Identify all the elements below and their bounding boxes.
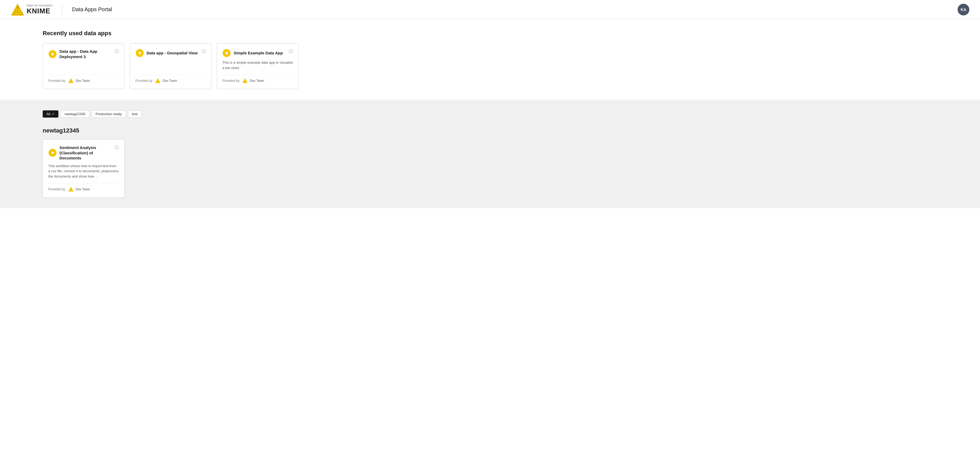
- recently-used-cards-grid: Data app - Data App Deployment 3 ⓘ Provi…: [43, 43, 299, 89]
- svg-marker-9: [156, 78, 160, 83]
- card-1-header: Data app - Data App Deployment 3 ⓘ: [48, 49, 119, 59]
- bottom-card-1-footer: Provided by: Dev Team: [48, 183, 119, 192]
- knime-logo: Open for Innovation KNIME: [11, 3, 52, 16]
- portal-title: Data Apps Portal: [72, 6, 112, 13]
- card-3-provided-by: Provided by:: [222, 79, 240, 83]
- card-2-info-icon[interactable]: ⓘ: [202, 49, 206, 54]
- play-icon-2: [135, 49, 144, 57]
- card-3-footer: Provided by: Dev Team: [222, 75, 293, 83]
- card-2-team-name: Dev Team: [162, 79, 177, 83]
- card-1-team-name: Dev Team: [76, 79, 90, 83]
- filter-all-label: All: [46, 112, 50, 116]
- play-icon-3: [222, 49, 231, 57]
- bottom-card-1-team-icon: [68, 187, 73, 192]
- bottom-card-1[interactable]: Sentiment Analysis (Classification) of D…: [43, 140, 124, 197]
- avatar-initials: KA: [961, 7, 966, 12]
- svg-marker-15: [68, 187, 73, 191]
- recent-card-2[interactable]: Data app - Geospatial View ⓘ Provided by…: [130, 43, 212, 89]
- play-icon-1: [48, 50, 57, 58]
- filter-tag-newtag12345[interactable]: newtag12345: [60, 110, 89, 118]
- card-3-title-area: Simple Example Data App: [222, 49, 286, 57]
- card-3-team-icon: [242, 78, 248, 83]
- logo-text: Open for Innovation KNIME: [27, 4, 52, 15]
- open-for-innovation-text: Open for Innovation: [27, 4, 52, 7]
- recent-card-1[interactable]: Data app - Data App Deployment 3 ⓘ Provi…: [43, 43, 124, 89]
- group-title-newtag12345: newtag12345: [43, 127, 937, 134]
- card-1-title-area: Data app - Data App Deployment 3: [48, 49, 113, 59]
- card-3-info-icon[interactable]: ⓘ: [289, 49, 293, 54]
- filter-tag-production-ready-label: Production ready: [96, 112, 122, 116]
- filter-tags: All ✓ newtag12345 Production ready test: [43, 110, 937, 118]
- svg-marker-12: [243, 78, 247, 83]
- filter-tag-newtag12345-label: newtag12345: [65, 112, 85, 116]
- filter-tag-test-label: test: [132, 112, 138, 116]
- card-1-provided-by: Provided by:: [48, 79, 66, 83]
- card-1-title: Data app - Data App Deployment 3: [59, 49, 113, 59]
- card-2-header: Data app - Geospatial View ⓘ: [135, 49, 206, 57]
- filter-all-button[interactable]: All ✓: [43, 110, 58, 118]
- bottom-card-1-info-icon[interactable]: ⓘ: [115, 145, 119, 151]
- header-divider: [62, 5, 62, 14]
- bottom-section: All ✓ newtag12345 Production ready test …: [0, 100, 980, 208]
- recent-card-3[interactable]: Simple Example Data App ⓘ This is a simp…: [217, 43, 299, 89]
- bottom-card-1-description: This workflow shows how to import text f…: [48, 164, 119, 179]
- header: Open for Innovation KNIME Data Apps Port…: [0, 0, 980, 19]
- card-2-title-area: Data app - Geospatial View: [135, 49, 200, 57]
- svg-marker-6: [68, 78, 73, 83]
- bottom-card-1-provided-by: Provided by:: [48, 188, 66, 191]
- card-1-info-icon[interactable]: ⓘ: [115, 49, 119, 54]
- card-2-footer: Provided by: Dev Team: [135, 75, 206, 83]
- card-2-team-icon: [155, 78, 161, 83]
- card-1-footer: Provided by: Dev Team: [48, 75, 119, 83]
- card-3-description: This is a simple example data app to vis…: [222, 60, 293, 70]
- card-2-title: Data app - Geospatial View: [146, 50, 197, 56]
- bottom-card-1-title-area: Sentiment Analysis (Classification) of D…: [48, 145, 113, 161]
- logo-area: Open for Innovation KNIME Data Apps Port…: [11, 3, 112, 16]
- card-3-title: Simple Example Data App: [234, 50, 283, 56]
- card-1-team-icon: [68, 78, 73, 83]
- card-2-provided-by: Provided by:: [135, 79, 153, 83]
- bottom-card-1-team-name: Dev Team: [76, 188, 90, 191]
- bottom-card-1-header: Sentiment Analysis (Classification) of D…: [48, 145, 119, 161]
- recently-used-title: Recently used data apps: [43, 30, 937, 37]
- card-3-header: Simple Example Data App ⓘ: [222, 49, 293, 57]
- knime-triangle-icon: [11, 3, 24, 16]
- bottom-cards-grid: Sentiment Analysis (Classification) of D…: [43, 140, 299, 197]
- knime-wordmark-text: KNIME: [27, 7, 52, 15]
- filter-tag-production-ready[interactable]: Production ready: [92, 110, 126, 118]
- card-3-team-name: Dev Team: [250, 79, 264, 83]
- recently-used-section: Recently used data apps Data app - Data …: [0, 19, 980, 100]
- filter-tag-test[interactable]: test: [128, 110, 142, 118]
- bottom-card-1-title: Sentiment Analysis (Classification) of D…: [59, 145, 113, 161]
- user-avatar[interactable]: KA: [958, 4, 969, 16]
- filter-all-checkmark: ✓: [52, 112, 55, 116]
- play-icon-bottom-1: [48, 148, 57, 157]
